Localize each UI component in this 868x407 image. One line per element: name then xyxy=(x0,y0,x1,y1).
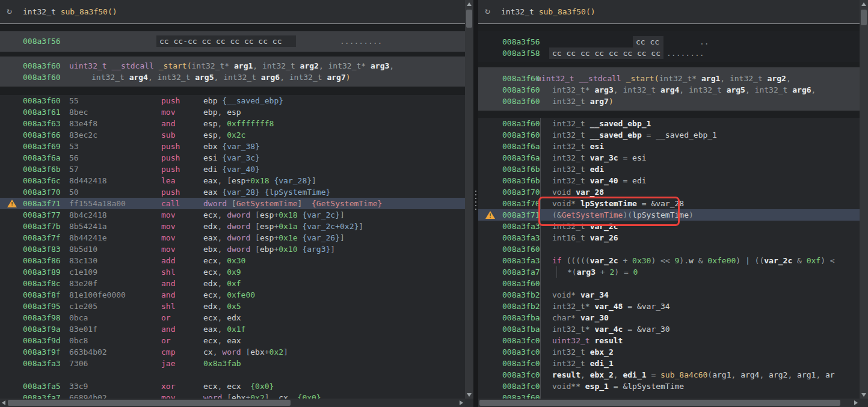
disasm-row[interactable]: 008a3fa766894b02movword [ebx+0x2], cx {0… xyxy=(0,392,465,399)
hlil-row[interactable]: 008a3fc0void** esp_1 = &lpSystemTime xyxy=(478,381,860,392)
signature-row[interactable]: 008a3f60uint32_t __stdcall _start(int32_… xyxy=(0,60,465,72)
hlil-row[interactable]: 008a3f70void var_28 xyxy=(478,186,860,198)
disasm-row[interactable]: 008a3f7050pusheax {var_28} {lpSystemTime… xyxy=(0,186,465,198)
signature-row[interactable]: 008a3f60int32_t arg4, int32_t arg5, int3… xyxy=(0,72,465,83)
disasm-row[interactable]: 008a3f71ff1554a18a00calldword [GetSystem… xyxy=(0,198,465,209)
scroll-down-arrow[interactable] xyxy=(465,390,473,399)
disasm-row[interactable]: 008a3f89c1e109shlecx, 0x9 xyxy=(0,266,465,278)
code-token: arg4 xyxy=(740,370,759,379)
horizontal-scrollbar[interactable] xyxy=(478,399,860,407)
disasm-row[interactable]: 008a3f6383e4f8andesp, 0xfffffff8 xyxy=(0,118,465,129)
hlil-row[interactable]: 008a3fb2void* var_34 xyxy=(478,289,860,301)
disasm-row[interactable]: 008a3f7f8b44241emoveax, dword [esp+0x1e … xyxy=(0,232,465,243)
operands: esp, 0x2c xyxy=(203,129,245,141)
disasm-row[interactable]: 008a3f6055pushebp {__saved_ebp} xyxy=(0,95,465,106)
disasm-row[interactable]: 008a3f6953pushebx {var_38} xyxy=(0,141,465,152)
disasm-row[interactable]: 008a3fa37306jae0x8a3fab xyxy=(0,358,465,369)
code-token: if xyxy=(552,256,566,265)
code-token: arg3 xyxy=(594,85,613,94)
disasm-row[interactable] xyxy=(0,369,465,381)
code-token: ecx xyxy=(203,336,217,345)
horizontal-scrollbar[interactable] xyxy=(0,399,465,407)
disasm-row[interactable]: 008a3f6c8d442418leaeax, [esp+0x18 {var_2… xyxy=(0,175,465,186)
disasm-row[interactable]: 008a3fa533c9xorecx, ecx {0x0} xyxy=(0,381,465,392)
hlil-row[interactable]: 008a3f6bint32_t var_40 = edi xyxy=(478,175,860,186)
code-token: dword xyxy=(203,199,227,208)
scrollbar-corner xyxy=(860,399,868,407)
hlil-row[interactable]: 008a3fc0int32_t ebx_2 xyxy=(478,346,860,358)
address: 008a3f60 xyxy=(502,278,540,289)
scroll-right-arrow[interactable] xyxy=(457,399,465,407)
hlil-code: int32_t __saved_ebp = __saved_ebp_1 xyxy=(552,129,717,141)
disasm-row[interactable]: 008a3f9f663b4b02cmpcx, word [ebx+0x2] xyxy=(0,346,465,358)
code-token: esp xyxy=(232,176,245,185)
hlil-row[interactable]: 008a3fa3if (((((var_2c + 0x30) << 9).w &… xyxy=(478,255,860,266)
scrollbar-thumb[interactable] xyxy=(861,10,867,25)
disasm-row[interactable]: 008a3f618becmovebp, esp xyxy=(0,106,465,118)
disasm-row[interactable]: 008a3f7b8b54241amovedx, dword [esp+0x1a … xyxy=(0,221,465,232)
hlil-row[interactable]: 008a3fc0uint32_t result xyxy=(478,335,860,346)
code-token xyxy=(585,97,590,106)
scrollbar-thumb[interactable] xyxy=(466,10,472,28)
hlil-row[interactable]: 008a3fc0result, ebx_2, edi_1 = sub_8a4c6… xyxy=(478,369,860,381)
byte-row[interactable]: 008a3f56cc cc.. xyxy=(478,36,860,47)
scroll-up-arrow[interactable] xyxy=(860,0,868,8)
scrollbar-thumb[interactable] xyxy=(8,400,291,406)
disasm-row[interactable]: 008a3f8c83e20fandedx, 0xf xyxy=(0,278,465,289)
disasm-row[interactable]: 008a3f778b4c2418movecx, dword [esp+0x18 … xyxy=(0,209,465,221)
hlil-row[interactable]: 008a3f60int32_t __saved_ebp_1 xyxy=(478,118,860,129)
hlil-row[interactable]: 008a3f71(&GetSystemTime)(lpSystemTime) xyxy=(478,209,860,221)
operands: ecx, 0x9 xyxy=(203,266,241,278)
scroll-up-arrow[interactable] xyxy=(465,0,473,8)
disasm-row[interactable]: 008a3f95c1e205shledx, 0x5 xyxy=(0,301,465,312)
code-token: esp xyxy=(260,210,274,219)
splitter-drag-handle[interactable] xyxy=(475,189,477,211)
ascii-dots: ......... xyxy=(340,35,382,47)
disasm-row[interactable]: 008a3f9a83e01fandeax, 0x1f xyxy=(0,323,465,335)
disasm-row[interactable]: 008a3f980bcaorecx, edx xyxy=(0,312,465,323)
scroll-left-arrow[interactable] xyxy=(0,399,8,407)
disasm-row[interactable]: 008a3f8683c130addecx, 0x30 xyxy=(0,255,465,266)
scroll-right-arrow[interactable] xyxy=(851,399,860,407)
disasm-row[interactable]: 008a3f6b57pushedi {var_40} xyxy=(0,164,465,175)
code-token: __saved_ebp_1 xyxy=(590,119,651,128)
disasm-row[interactable]: 008a3f6a56pushesi {var_3c} xyxy=(0,152,465,164)
vertical-scrollbar[interactable] xyxy=(860,0,868,399)
code-token: ebx_2 xyxy=(590,347,614,357)
hlil-row[interactable]: 008a3fc0int32_t edi_1 xyxy=(478,358,860,369)
hlil-row[interactable]: 008a3f60 xyxy=(478,278,860,289)
pane-splitter[interactable] xyxy=(473,0,478,407)
hlil-row[interactable]: 008a3fa3int32_t var_2c xyxy=(478,221,860,232)
address: 008a3f60 xyxy=(502,392,540,399)
disasm-row[interactable]: 008a3f6683ec2csubesp, 0x2c xyxy=(0,129,465,141)
hlil-row[interactable]: 008a3fbachar* var_30 xyxy=(478,312,860,323)
hlil-row[interactable]: 008a3fa7*(arg3 + 2) = 0 xyxy=(478,266,860,278)
hlil-row[interactable]: 008a3f6aint32_t var_3c = esi xyxy=(478,152,860,164)
hlil-row[interactable]: 008a3fa3int16_t var_26 xyxy=(478,232,860,243)
address: 008a3f6a xyxy=(502,152,540,164)
signature-row[interactable]: 008a3f60uint32_t __stdcall _start(int32_… xyxy=(478,73,860,84)
hlil-row[interactable]: 008a3f70void* lpSystemTime = &var_28 xyxy=(478,198,860,209)
scrollbar-thumb[interactable] xyxy=(479,400,840,406)
hlil-row[interactable]: 008a3f60int32_t __saved_ebp = __saved_eb… xyxy=(478,129,860,141)
code-token: 0x30 xyxy=(632,256,651,265)
scroll-down-arrow[interactable] xyxy=(860,390,868,399)
byte-row[interactable]: 008a3f58cc cc cc cc cc cc cc cc........ xyxy=(478,47,860,59)
code-token: , xyxy=(319,61,328,70)
signature-row[interactable]: 008a3f60int32_t arg7) xyxy=(478,96,860,107)
vertical-scrollbar[interactable] xyxy=(465,0,473,399)
signature-row[interactable]: 008a3f60int32_t* arg3, int32_t arg4, int… xyxy=(478,84,860,96)
hlil-row[interactable]: 008a3f60 xyxy=(478,243,860,255)
instruction-bytes: 83ec2c xyxy=(69,129,97,141)
instruction-bytes: 57 xyxy=(69,164,79,175)
disasm-row[interactable]: 008a3f9d0bc8orecx, eax xyxy=(0,335,465,346)
hlil-row[interactable]: 008a3fb2int32_t* var_48 = &var_34 xyxy=(478,301,860,312)
code-token: ebp xyxy=(203,96,217,105)
hlil-row[interactable]: 008a3fbaint32_t* var_4c = &var_30 xyxy=(478,323,860,335)
hlil-row[interactable]: 008a3f6aint32_t esi xyxy=(478,141,860,152)
disasm-row[interactable]: 008a3f8f81e100fe0000andecx, 0xfe00 xyxy=(0,289,465,301)
disasm-row[interactable]: 008a3f838b5d10movebx, dword [ebp+0x10 {a… xyxy=(0,243,465,255)
hlil-row[interactable]: 008a3f60 xyxy=(478,392,860,399)
byte-row[interactable]: 008a3f56 cc cc-cc cc cc cc cc cc cc ....… xyxy=(0,35,465,47)
hlil-row[interactable]: 008a3f6bint32_t edi xyxy=(478,164,860,175)
